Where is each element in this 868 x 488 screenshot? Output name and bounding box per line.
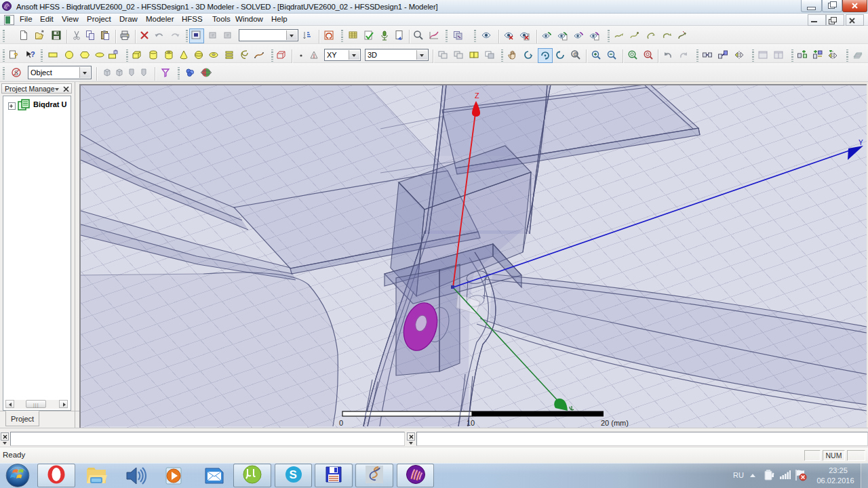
svg-text:S: S (289, 468, 296, 481)
svg-text:0: 0 (339, 419, 343, 427)
svg-text:@: @ (573, 52, 578, 56)
svg-text:?: ? (14, 52, 18, 60)
svg-text:Y: Y (859, 139, 863, 146)
svg-text:?: ? (31, 50, 35, 58)
svg-text:20 (mm): 20 (mm) (601, 419, 629, 427)
svg-text:Z: Z (475, 92, 479, 100)
